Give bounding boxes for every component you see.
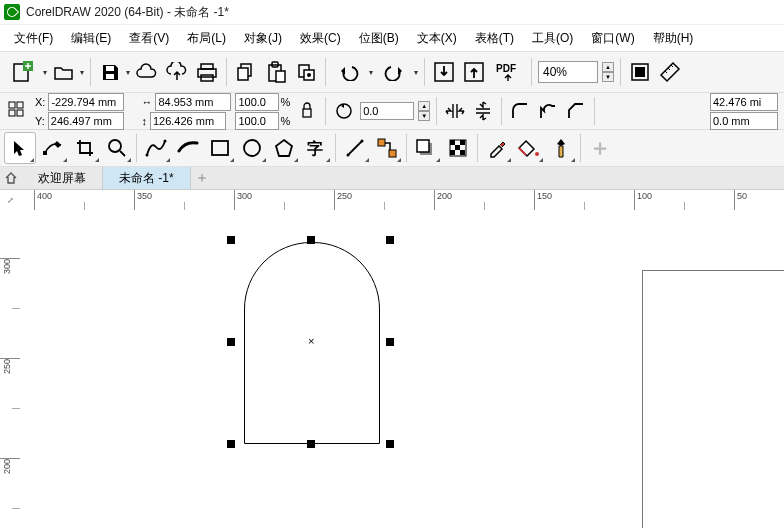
svg-point-28 bbox=[146, 154, 149, 157]
zoom-tool[interactable] bbox=[102, 133, 132, 163]
import-button[interactable] bbox=[431, 59, 457, 85]
mirror-h-button[interactable] bbox=[443, 99, 467, 123]
menu-object[interactable]: 对象(J) bbox=[236, 27, 290, 50]
save-button[interactable] bbox=[97, 59, 123, 85]
zoom-up-button[interactable]: ▲ bbox=[602, 62, 614, 72]
tab-document[interactable]: 未命名 -1* bbox=[103, 167, 191, 189]
transparency-tool[interactable] bbox=[443, 133, 473, 163]
mirror-v-button[interactable] bbox=[471, 99, 495, 123]
polygon-tool[interactable] bbox=[269, 133, 299, 163]
svg-rect-39 bbox=[417, 140, 429, 152]
zoom-down-button[interactable]: ▼ bbox=[602, 72, 614, 82]
y-label: Y: bbox=[34, 115, 46, 127]
pdf-button[interactable]: PDF bbox=[491, 59, 525, 85]
handle-se[interactable] bbox=[386, 440, 394, 448]
save-dropdown-icon[interactable]: ▾ bbox=[126, 68, 130, 77]
fullscreen-button[interactable] bbox=[627, 59, 653, 85]
home-tab-icon[interactable] bbox=[0, 167, 22, 189]
dropshadow-tool[interactable] bbox=[411, 133, 441, 163]
svg-rect-37 bbox=[389, 150, 396, 157]
scaley-input[interactable]: 100.0 bbox=[235, 112, 279, 130]
parallel-dim-tool[interactable] bbox=[340, 133, 370, 163]
rot-up-button[interactable]: ▲ bbox=[418, 101, 430, 111]
separator bbox=[436, 97, 437, 125]
page-boundary bbox=[642, 270, 784, 528]
outline-width-input[interactable]: 42.476 mi bbox=[710, 93, 778, 111]
handle-s[interactable] bbox=[307, 440, 315, 448]
rulers-button[interactable] bbox=[657, 59, 683, 85]
handle-w[interactable] bbox=[227, 338, 235, 346]
copy-button[interactable] bbox=[233, 59, 259, 85]
undo-button[interactable] bbox=[332, 59, 366, 85]
menu-view[interactable]: 查看(V) bbox=[121, 27, 177, 50]
ellipse-tool[interactable] bbox=[237, 133, 267, 163]
new-dropdown-icon[interactable]: ▾ bbox=[43, 68, 47, 77]
center-marker-icon[interactable]: × bbox=[308, 335, 314, 347]
handle-ne[interactable] bbox=[386, 236, 394, 244]
outline-offset-input[interactable]: 0.0 mm bbox=[710, 112, 778, 130]
x-input[interactable]: -229.794 mm bbox=[48, 93, 124, 111]
redo-button[interactable] bbox=[377, 59, 411, 85]
corner-round-button[interactable] bbox=[508, 99, 532, 123]
pick-tool[interactable] bbox=[4, 132, 36, 164]
export-button[interactable] bbox=[461, 59, 487, 85]
print-button[interactable] bbox=[194, 59, 220, 85]
separator bbox=[406, 134, 407, 162]
menu-help[interactable]: 帮助(H) bbox=[645, 27, 702, 50]
canvas[interactable]: × bbox=[20, 210, 784, 528]
menu-window[interactable]: 窗口(W) bbox=[583, 27, 642, 50]
eyedropper-tool[interactable] bbox=[482, 133, 512, 163]
menu-bitmap[interactable]: 位图(B) bbox=[351, 27, 407, 50]
ruler-vertical[interactable]: 300250200150 bbox=[0, 210, 21, 528]
open-button[interactable] bbox=[51, 59, 77, 85]
artistic-media-tool[interactable] bbox=[173, 133, 203, 163]
handle-nw[interactable] bbox=[227, 236, 235, 244]
corner-chamfer-button[interactable] bbox=[564, 99, 588, 123]
redo-dropdown-icon[interactable]: ▾ bbox=[414, 68, 418, 77]
tab-welcome[interactable]: 欢迎屏幕 bbox=[22, 167, 103, 189]
add-tab-button[interactable]: ＋ bbox=[191, 167, 213, 189]
cloud-up-button[interactable] bbox=[164, 59, 190, 85]
handle-sw[interactable] bbox=[227, 440, 235, 448]
ruler-origin[interactable]: ⤢ bbox=[0, 190, 21, 211]
freehand-tool[interactable] bbox=[141, 133, 171, 163]
svg-rect-43 bbox=[455, 145, 460, 150]
crop-tool[interactable] bbox=[70, 133, 100, 163]
menu-effects[interactable]: 效果(C) bbox=[292, 27, 349, 50]
menu-table[interactable]: 表格(T) bbox=[467, 27, 522, 50]
menu-tools[interactable]: 工具(O) bbox=[524, 27, 581, 50]
menu-edit[interactable]: 编辑(E) bbox=[63, 27, 119, 50]
ruler-horizontal[interactable]: 40035030025020015010050 bbox=[20, 190, 784, 211]
menu-text[interactable]: 文本(X) bbox=[409, 27, 465, 50]
menu-file[interactable]: 文件(F) bbox=[6, 27, 61, 50]
undo-dropdown-icon[interactable]: ▾ bbox=[369, 68, 373, 77]
connector-tool[interactable] bbox=[372, 133, 402, 163]
corner-scallop-button[interactable] bbox=[536, 99, 560, 123]
lock-ratio-button[interactable] bbox=[295, 99, 319, 123]
paste-button[interactable] bbox=[263, 59, 289, 85]
menu-layout[interactable]: 布局(L) bbox=[179, 27, 234, 50]
add-tool-button[interactable]: ＋ bbox=[585, 133, 615, 163]
open-dropdown-icon[interactable]: ▾ bbox=[80, 68, 84, 77]
text-tool[interactable]: 字 bbox=[301, 133, 331, 163]
copy-props-button[interactable] bbox=[293, 59, 319, 85]
outline-tool[interactable] bbox=[546, 133, 576, 163]
new-button[interactable] bbox=[6, 59, 40, 85]
titlebar: CorelDRAW 2020 (64-Bit) - 未命名 -1* bbox=[0, 0, 784, 25]
shape-tool[interactable] bbox=[38, 133, 68, 163]
handle-e[interactable] bbox=[386, 338, 394, 346]
width-input[interactable]: 84.953 mm bbox=[155, 93, 231, 111]
cloud-button[interactable] bbox=[134, 59, 160, 85]
zoom-input[interactable] bbox=[538, 61, 598, 83]
rotation-input[interactable]: 0.0 bbox=[360, 102, 414, 120]
scalex-input[interactable]: 100.0 bbox=[235, 93, 279, 111]
handle-n[interactable] bbox=[307, 236, 315, 244]
separator bbox=[424, 58, 425, 86]
window-title: CorelDRAW 2020 (64-Bit) - 未命名 -1* bbox=[26, 4, 229, 21]
rectangle-tool[interactable] bbox=[205, 133, 235, 163]
svg-point-31 bbox=[244, 140, 260, 156]
y-input[interactable]: 246.497 mm bbox=[48, 112, 124, 130]
height-input[interactable]: 126.426 mm bbox=[150, 112, 226, 130]
fill-tool[interactable] bbox=[514, 133, 544, 163]
rot-down-button[interactable]: ▼ bbox=[418, 111, 430, 121]
